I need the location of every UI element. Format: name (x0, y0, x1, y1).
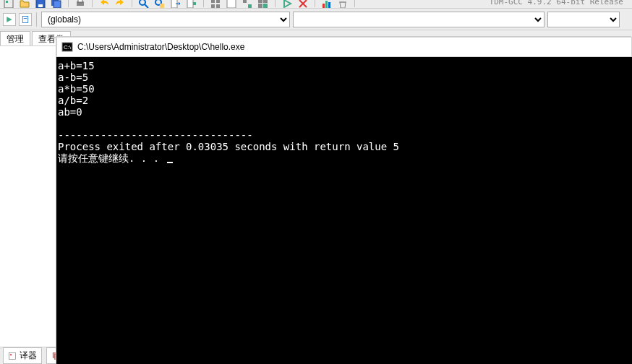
bookmarks-icon[interactable] (186, 0, 197, 7)
compiler-icon (8, 352, 17, 360)
svg-line-9 (145, 4, 148, 8)
print-icon[interactable] (74, 0, 86, 7)
svg-rect-27 (325, 1, 328, 8)
compiler-log-tab[interactable]: 译器 (3, 347, 42, 364)
redo-icon[interactable] (114, 0, 126, 7)
tab-manage[interactable]: 管理 (0, 31, 30, 46)
save-icon[interactable] (35, 0, 46, 7)
properties-icon[interactable] (3, 0, 14, 7)
console-titlebar[interactable]: C:\ C:\Users\Administrator\Desktop\C\hel… (56, 37, 632, 57)
main-toolbar: TDM-GCC 4.9.2 64-bit Release (0, 0, 632, 9)
rebuild-icon[interactable] (257, 0, 269, 7)
compiler-log-label: 译器 (20, 350, 37, 362)
scope-select[interactable]: (globals) (41, 12, 290, 27)
svg-rect-26 (323, 4, 325, 8)
svg-rect-16 (216, 0, 220, 3)
svg-rect-13 (187, 0, 193, 8)
console-title-text: C:\Users\Administrator\Desktop\C\hello.e… (77, 42, 244, 52)
svg-rect-21 (248, 4, 252, 8)
svg-rect-19 (227, 0, 236, 8)
goto-function-button[interactable] (3, 13, 16, 26)
debug-start-icon[interactable] (281, 0, 293, 7)
svg-rect-3 (38, 4, 43, 7)
svg-rect-14 (193, 2, 196, 5)
extra-select[interactable] (547, 12, 620, 27)
svg-text:C:\: C:\ (64, 44, 72, 51)
svg-rect-11 (160, 4, 164, 8)
undo-icon[interactable] (98, 0, 110, 7)
compile-icon[interactable] (210, 0, 221, 7)
console-icon: C:\ (61, 41, 73, 53)
console-output[interactable]: a+b=15 a-b=5 a*b=50 a/b=2 ab=0 ---------… (56, 57, 632, 364)
svg-rect-17 (211, 4, 215, 8)
svg-rect-15 (211, 0, 215, 3)
run-icon[interactable] (226, 0, 237, 7)
compile-run-icon[interactable] (242, 0, 253, 7)
clean-icon[interactable] (337, 0, 349, 7)
svg-rect-32 (9, 352, 16, 359)
svg-rect-22 (258, 0, 262, 3)
function-select[interactable] (293, 12, 545, 27)
svg-rect-7 (78, 0, 82, 2)
svg-rect-23 (263, 0, 268, 3)
svg-rect-25 (263, 4, 268, 8)
save-all-icon[interactable] (51, 0, 62, 7)
svg-rect-30 (22, 16, 28, 22)
svg-rect-1 (6, 1, 8, 3)
svg-point-8 (140, 0, 145, 5)
find-icon[interactable] (138, 0, 150, 7)
svg-rect-18 (216, 4, 220, 8)
scope-toolbar: (globals) (0, 9, 632, 30)
svg-rect-28 (328, 2, 330, 8)
profile-icon[interactable] (321, 0, 333, 7)
open-icon[interactable] (19, 0, 30, 7)
debug-stop-icon[interactable] (297, 0, 309, 7)
svg-rect-24 (258, 4, 262, 8)
svg-rect-0 (4, 0, 13, 8)
replace-icon[interactable] (154, 0, 166, 7)
console-window: C:\ C:\Users\Administrator\Desktop\C\hel… (56, 37, 632, 364)
goto-icon[interactable] (170, 0, 182, 7)
goto-line-button[interactable] (19, 13, 32, 26)
compiler-label: TDM-GCC 4.9.2 64-bit Release (490, 0, 629, 6)
svg-rect-33 (10, 354, 12, 355)
svg-rect-20 (243, 0, 247, 3)
svg-rect-5 (54, 1, 61, 8)
